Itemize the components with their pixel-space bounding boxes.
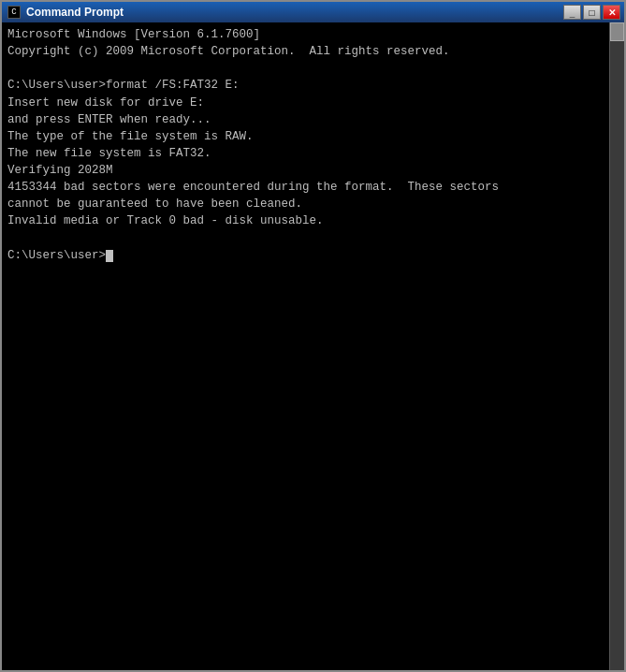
scrollbar[interactable]	[609, 22, 624, 670]
window-controls: _ □ ✕	[563, 5, 620, 20]
window-icon: C	[7, 6, 21, 19]
cursor	[106, 250, 113, 262]
console-area[interactable]: Microsoft Windows [Version 6.1.7600] Cop…	[2, 22, 624, 670]
cmd-window: C Command Prompt _ □ ✕ Microsoft Windows…	[0, 0, 626, 672]
minimize-button[interactable]: _	[563, 5, 581, 20]
title-bar-left: C Command Prompt	[7, 6, 124, 19]
maximize-button[interactable]: □	[583, 5, 601, 20]
scrollbar-thumb[interactable]	[610, 22, 624, 41]
console-output: Microsoft Windows [Version 6.1.7600] Cop…	[7, 26, 619, 264]
title-bar: C Command Prompt _ □ ✕	[2, 2, 624, 22]
cmd-icon: C	[11, 8, 16, 17]
window-title: Command Prompt	[26, 6, 124, 19]
close-button[interactable]: ✕	[603, 5, 620, 20]
